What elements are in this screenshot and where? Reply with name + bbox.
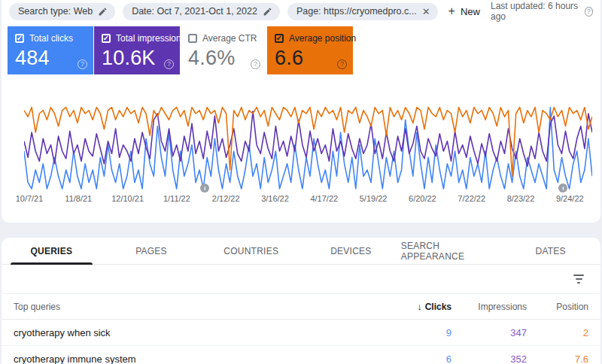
- new-filter-label: New: [461, 6, 480, 17]
- tab-pages[interactable]: PAGES: [102, 238, 202, 264]
- help-icon[interactable]: ?: [78, 59, 87, 69]
- search-type-chip-label: Search type: Web: [18, 6, 93, 17]
- metric-value: 4.6%: [188, 47, 259, 70]
- filter-rows-icon[interactable]: [570, 271, 587, 287]
- metric-label: Total clicks: [29, 33, 73, 44]
- x-tick-label: 6/20/22: [409, 194, 436, 203]
- x-tick-label: 11/8/21: [65, 194, 92, 203]
- help-icon[interactable]: ?: [337, 59, 347, 69]
- metric-cards: ✓ Total clicks 484 ? ✓ Total impressions…: [8, 26, 353, 74]
- help-icon[interactable]: ?: [164, 59, 174, 69]
- position-cell: 7.6: [527, 353, 588, 364]
- series-line-impressions: [24, 111, 592, 166]
- checkbox-icon[interactable]: ✓: [275, 34, 284, 43]
- metric-value: 10.6K: [102, 47, 172, 70]
- help-icon[interactable]: ?: [251, 59, 260, 69]
- column-impressions[interactable]: Impressions: [451, 302, 527, 312]
- new-filter-button[interactable]: + New: [445, 4, 483, 19]
- tab-dates[interactable]: DATES: [500, 238, 600, 264]
- clicks-cell: 6: [369, 353, 451, 364]
- filter-bar: Search type: Web Date: Oct 7, 2021-Oct 1…: [2, 0, 600, 23]
- checkbox-icon[interactable]: ✓: [102, 34, 111, 43]
- column-position[interactable]: Position: [527, 302, 588, 312]
- x-tick-label: 8/23/22: [507, 194, 535, 203]
- position-cell: 2: [527, 327, 588, 338]
- column-top-queries[interactable]: Top queries: [14, 302, 369, 312]
- x-tick-label: 10/7/21: [16, 194, 44, 203]
- date-range-chip-label: Date: Oct 7, 2021-Oct 1, 2022: [132, 6, 257, 17]
- query-cell: cryotherapy when sick: [14, 327, 369, 338]
- chart-info-marker[interactable]: i: [200, 184, 209, 193]
- performance-line-chart[interactable]: 10/7/2111/8/2112/10/211/11/222/12/223/16…: [2, 83, 600, 218]
- chart-x-axis: 10/7/2111/8/2112/10/211/11/222/12/223/16…: [2, 194, 600, 206]
- edit-pencil-icon[interactable]: [98, 7, 108, 17]
- sort-descending-icon: ↓: [417, 301, 422, 312]
- metric-value: 484: [15, 47, 86, 70]
- x-tick-label: 7/22/22: [458, 194, 485, 203]
- column-clicks-label: Clicks: [425, 302, 451, 312]
- chart-canvas: [24, 92, 592, 191]
- checkbox-icon[interactable]: [188, 34, 197, 43]
- impressions-cell: 347: [451, 327, 527, 338]
- close-icon[interactable]: ✕: [422, 6, 430, 17]
- chart-info-marker[interactable]: i: [558, 184, 567, 193]
- help-icon[interactable]: ?: [585, 7, 593, 17]
- table-header-row: Top queries ↓ Clicks Impressions Positio…: [2, 293, 600, 320]
- tab-devices[interactable]: DEVICES: [301, 238, 401, 264]
- x-tick-label: 2/12/22: [212, 194, 240, 203]
- table-toolbar: [2, 265, 600, 293]
- tab-countries[interactable]: COUNTRIES: [201, 238, 301, 264]
- metric-label: Average CTR: [202, 33, 257, 44]
- x-tick-label: 12/10/21: [111, 194, 144, 203]
- x-tick-label: 4/17/22: [310, 194, 338, 203]
- x-tick-label: 3/16/22: [261, 194, 289, 203]
- dimension-tabs: QUERIES PAGES COUNTRIES DEVICES SEARCH A…: [2, 238, 600, 265]
- page-filter-chip-label: Page: https://cryomedpro.c...: [296, 6, 417, 17]
- metric-value: 6.6: [275, 47, 345, 70]
- plus-icon: +: [448, 5, 455, 17]
- page-filter-chip[interactable]: Page: https://cryomedpro.c... ✕: [287, 3, 438, 20]
- date-range-chip[interactable]: Date: Oct 7, 2021-Oct 1, 2022: [123, 3, 280, 20]
- query-cell: cryotherapy immune system: [14, 353, 369, 364]
- last-updated-status: Last updated: 6 hours ago ?: [491, 1, 593, 22]
- impressions-cell: 352: [451, 353, 527, 364]
- search-console-performance-page: Search type: Web Date: Oct 7, 2021-Oct 1…: [0, 0, 602, 364]
- metric-label: Average position: [289, 33, 356, 44]
- total-clicks-card[interactable]: ✓ Total clicks 484 ?: [8, 26, 93, 74]
- performance-table-card: QUERIES PAGES COUNTRIES DEVICES SEARCH A…: [2, 238, 600, 364]
- clicks-cell: 9: [369, 327, 451, 338]
- performance-overview-card: Search type: Web Date: Oct 7, 2021-Oct 1…: [2, 0, 600, 223]
- average-ctr-card[interactable]: Average CTR 4.6% ?: [181, 26, 266, 74]
- search-type-chip[interactable]: Search type: Web: [9, 3, 115, 20]
- tab-queries[interactable]: QUERIES: [2, 238, 102, 264]
- edit-pencil-icon[interactable]: [263, 7, 272, 17]
- average-position-card[interactable]: ✓ Average position 6.6 ?: [267, 26, 353, 74]
- total-impressions-card[interactable]: ✓ Total impressions 10.6K ?: [94, 26, 180, 74]
- table-row[interactable]: cryotherapy when sick 9 347 2: [2, 320, 600, 346]
- metric-label: Total impressions: [116, 33, 186, 44]
- tab-search-appearance[interactable]: SEARCH APPEARANCE: [401, 238, 501, 264]
- last-updated-text: Last updated: 6 hours ago: [491, 1, 581, 22]
- x-tick-label: 9/24/22: [556, 194, 584, 203]
- x-tick-label: 5/19/22: [360, 194, 388, 203]
- column-clicks-sort[interactable]: ↓ Clicks: [369, 301, 451, 312]
- x-tick-label: 1/11/22: [163, 194, 190, 203]
- checkbox-icon[interactable]: ✓: [15, 34, 24, 43]
- table-row[interactable]: cryotherapy immune system 6 352 7.6: [2, 346, 600, 364]
